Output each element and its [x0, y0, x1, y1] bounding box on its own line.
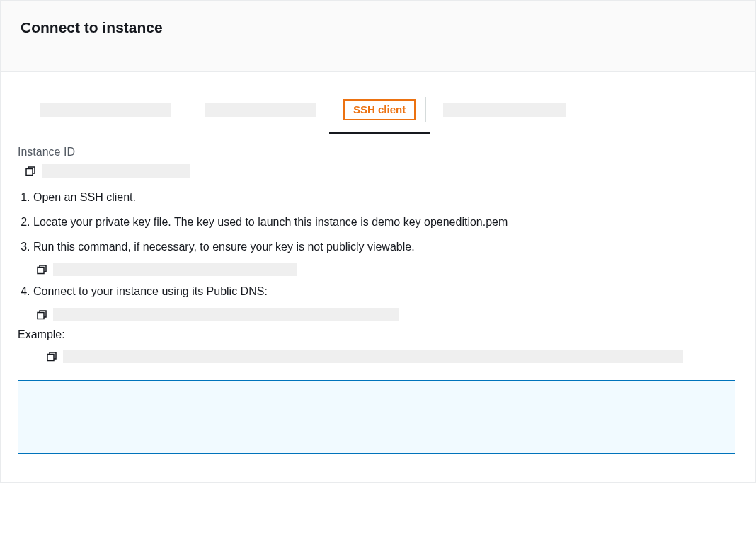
step-1: Open an SSH client. [33, 189, 735, 207]
page-title: Connect to instance [21, 19, 735, 36]
info-box [18, 380, 735, 454]
step-2: Locate your private key file. The key us… [33, 214, 735, 231]
info-icon [31, 395, 44, 408]
svg-rect-1 [38, 267, 44, 273]
copy-icon[interactable] [25, 166, 36, 177]
steps-list: Open an SSH client. Locate your private … [18, 189, 735, 321]
tabs: SSH client [21, 89, 735, 130]
connect-to-instance-page: Connect to instance SSH client [0, 0, 756, 483]
step-3: Run this command, if necessary, to ensur… [33, 239, 735, 277]
copy-icon[interactable] [36, 264, 47, 275]
step-3-command-row [36, 263, 735, 276]
svg-point-5 [37, 398, 38, 399]
copy-icon[interactable] [46, 351, 57, 362]
step-3-text: Run this command, if necessary, to ensur… [33, 241, 415, 253]
step-4: Connect to your instance using its Publi… [33, 283, 735, 321]
content-area: SSH client Instance ID [1, 72, 755, 482]
copy-icon[interactable] [36, 309, 47, 321]
svg-rect-3 [47, 354, 54, 360]
tab-ssh-client-label: SSH client [343, 99, 416, 120]
tab-placeholder-label [40, 103, 171, 117]
step-4-dns-row [36, 308, 735, 321]
page-header: Connect to instance [1, 1, 755, 72]
svg-rect-0 [26, 168, 33, 175]
tab-ssh-client[interactable]: SSH client [333, 93, 425, 127]
public-dns-redacted [53, 308, 399, 321]
tab-placeholder-1[interactable] [21, 93, 188, 127]
example-label: Example: [18, 328, 735, 341]
svg-rect-2 [38, 312, 44, 319]
tab-placeholder-label [443, 103, 566, 117]
tab-placeholder-2[interactable] [188, 93, 333, 127]
main-panel: Instance ID Open an SSH client. Locate y… [1, 130, 755, 482]
tabs-container: SSH client [1, 72, 755, 130]
active-tab-underline [329, 132, 430, 134]
instance-id-value-redacted [42, 164, 190, 178]
tab-placeholder-label [205, 103, 316, 117]
tab-placeholder-3[interactable] [426, 93, 583, 127]
instance-id-row [25, 164, 735, 178]
example-command-row [46, 350, 735, 363]
example-command-redacted [63, 350, 683, 363]
step-4-text: Connect to your instance using its Publi… [33, 285, 268, 297]
chmod-command-redacted [53, 263, 297, 276]
instance-id-label: Instance ID [18, 146, 735, 159]
step-2-text: Locate your private key file. The key us… [33, 216, 508, 228]
svg-rect-6 [37, 401, 38, 405]
step-1-text: Open an SSH client. [33, 191, 136, 203]
